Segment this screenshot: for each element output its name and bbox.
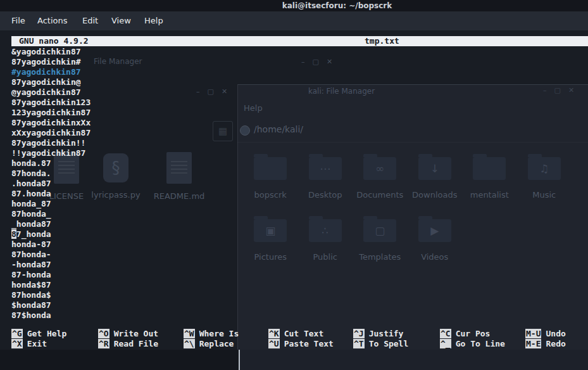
shortcut-key: ^J xyxy=(353,329,365,338)
shortcut-key: ^G xyxy=(11,329,23,338)
folder-public-people-icon: ∴ xyxy=(309,219,342,242)
editor-line: .honda87 xyxy=(11,179,91,189)
minimize-icon[interactable]: – xyxy=(301,58,305,66)
folder-item[interactable]: ▢Templates xyxy=(353,216,408,262)
editor-line: 87$honda xyxy=(11,310,91,321)
path-bar-button[interactable]: ▦ xyxy=(213,121,233,141)
front-window-controls-left: –▢✕ xyxy=(192,87,231,96)
menu-item-view[interactable]: View xyxy=(111,11,131,30)
folder-item[interactable]: ∴Public xyxy=(298,216,353,262)
close-icon[interactable]: ✕ xyxy=(222,87,227,96)
terminal-menu-bar: FileActionsEditViewHelp xyxy=(0,11,588,30)
shortcut-hint: ^OWrite Out xyxy=(98,329,158,339)
editor-line: $honda87 xyxy=(11,300,91,310)
maximize-icon[interactable]: ▢ xyxy=(313,58,319,66)
maximize-icon[interactable]: ▢ xyxy=(208,87,214,96)
minimize-icon[interactable]: – xyxy=(543,86,547,94)
nano-title-bar: GNU nano 4.9.2 tmp.txt xyxy=(11,36,588,46)
shortcut-column: ^CCur Pos^_Go To Line xyxy=(440,329,505,349)
shortcut-column: ^GGet Help^XExit xyxy=(11,329,66,349)
folder-item[interactable]: ▶Videos xyxy=(408,216,463,262)
menu-item-help[interactable]: Help xyxy=(144,11,163,30)
shortcut-label: Redo xyxy=(546,339,565,348)
folder-name: mentalist xyxy=(462,190,517,200)
nano-version-label: GNU nano 4.9.2 xyxy=(19,36,89,46)
editor-line: &yagodichkin87 xyxy=(11,47,91,57)
shortcut-key: ^C xyxy=(440,329,451,338)
editor-line: 123yagodichkin87 xyxy=(11,108,91,118)
shortcut-key: ^O xyxy=(98,329,109,338)
editor-line: !!yagodichkin87 xyxy=(11,148,91,158)
shortcut-key: ^U xyxy=(268,339,280,348)
close-icon[interactable]: ✕ xyxy=(568,86,574,94)
shortcut-hint: ^GGet Help xyxy=(11,329,66,339)
editor-line: honda$87 xyxy=(11,280,91,290)
folder-videos-camera-icon: ▶ xyxy=(418,219,451,242)
shortcut-label: Get Help xyxy=(27,329,67,338)
menu-item-actions[interactable]: Actions xyxy=(37,11,68,30)
folder-item[interactable]: ⋯Desktop xyxy=(298,154,353,200)
editor-line: 87honda$ xyxy=(11,290,91,300)
editor-line: 87yagodichkin!! xyxy=(11,138,91,148)
folder-icon xyxy=(254,157,287,180)
shortcut-label: Replace xyxy=(199,339,234,348)
file-name: lyricpass.py xyxy=(84,190,147,200)
folder-name: bopscrk xyxy=(243,190,298,200)
file-item[interactable]: README.md xyxy=(147,152,211,201)
front-window-controls-right: –▢✕ xyxy=(539,86,578,94)
minimize-icon[interactable]: – xyxy=(196,87,200,96)
shortcut-key: ^T xyxy=(353,339,365,348)
folder-icon xyxy=(473,157,506,180)
folder-item[interactable]: ▣Pictures xyxy=(243,216,298,262)
folder-name: Videos xyxy=(408,252,463,262)
editor-line: _honda87 xyxy=(11,219,91,229)
menu-item-help[interactable]: Help xyxy=(244,103,263,113)
menu-item-edit[interactable]: Edit xyxy=(82,11,98,30)
shortcut-label: Write Out xyxy=(114,329,158,338)
file-name: README.md xyxy=(147,191,211,201)
shortcut-label: Paste Text xyxy=(284,339,334,348)
editor-line: 87honda_ xyxy=(11,209,91,219)
shortcut-column: M-UUndoM-ERedo xyxy=(525,329,566,349)
folder-item[interactable]: ∞Documents xyxy=(353,154,408,200)
back-window-title: File Manager xyxy=(94,57,142,66)
folder-grid-row-1: bopscrk⋯Desktop∞Documents↓Downloadsmenta… xyxy=(243,154,572,200)
shortcut-key: ^W xyxy=(184,329,195,338)
folder-item[interactable]: ↓Downloads xyxy=(408,154,463,200)
shortcut-column: ^KCut Text^UPaste Text xyxy=(268,329,334,349)
maximize-icon[interactable]: ▢ xyxy=(554,86,561,94)
editor-line: 87honda. xyxy=(11,169,91,179)
nano-text-area[interactable]: &yagodichkin8787yagodichkin##yagodichkin… xyxy=(11,47,91,321)
shortcut-key: ^_ xyxy=(440,339,451,348)
text-cursor: 8 xyxy=(11,229,16,239)
folder-name: Pictures xyxy=(243,252,298,262)
shortcut-key: ^R xyxy=(98,339,109,348)
folder-item[interactable]: ♫Music xyxy=(517,154,572,200)
path-bar[interactable]: /home/kali/ xyxy=(254,124,303,134)
editor-line: 87yagodichkin# xyxy=(11,57,91,67)
shortcut-hint: ^TTo Spell xyxy=(353,339,408,349)
terminal-title-bar: kali@itsecforu: ~/bopscrk xyxy=(0,0,588,11)
shortcut-column: ^JJustify^TTo Spell xyxy=(353,329,408,349)
editor-line: 87.honda xyxy=(11,189,91,199)
editor-line: -honda87 xyxy=(11,260,91,270)
editor-line: xXxyagodichkin87 xyxy=(11,128,91,138)
editor-line: 87_honda xyxy=(11,229,91,239)
shortcut-label: Cur Pos xyxy=(456,329,491,338)
editor-line: honda.87 xyxy=(11,158,91,169)
shortcut-column: ^OWrite Out^RRead File xyxy=(98,329,158,349)
front-window-title: kali: File Manager xyxy=(308,87,375,96)
back-window-controls: –▢✕ xyxy=(297,57,336,66)
file-item[interactable]: §lyricpass.py xyxy=(84,152,147,200)
shortcut-key: M-E xyxy=(525,339,541,348)
folder-name: Music xyxy=(517,190,572,200)
folder-item[interactable]: bopscrk xyxy=(243,154,298,200)
shortcut-label: Read File xyxy=(114,339,158,348)
folder-name: Desktop xyxy=(298,190,353,200)
shortcut-hint: ^XExit xyxy=(11,339,66,349)
menu-item-file[interactable]: File xyxy=(11,11,25,30)
close-icon[interactable]: ✕ xyxy=(327,58,332,66)
folder-item[interactable]: mentalist xyxy=(462,154,517,200)
folder-name: Public xyxy=(298,252,353,262)
shortcut-label: To Spell xyxy=(369,339,409,348)
